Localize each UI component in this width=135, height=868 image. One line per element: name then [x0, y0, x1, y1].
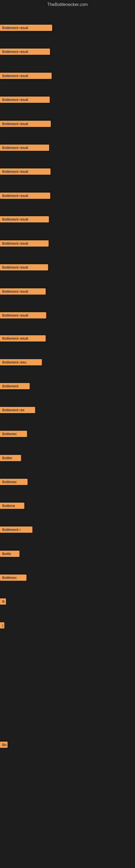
- bottleneck-result-item[interactable]: Bottleneck: [0, 383, 30, 389]
- bottleneck-result-item[interactable]: Bottleneck result: [0, 193, 50, 199]
- bottleneck-result-item[interactable]: Bottlenec: [0, 575, 27, 581]
- bottleneck-result-item[interactable]: Bottle: [0, 551, 19, 557]
- bottleneck-result-item[interactable]: Bottleneck result: [0, 335, 46, 341]
- site-title: TheBottlenecker.com: [0, 0, 135, 9]
- bottleneck-result-item[interactable]: Bottleneck result: [0, 240, 49, 247]
- bottleneck-result-item[interactable]: Bottleneck result: [0, 25, 52, 31]
- bottleneck-result-item[interactable]: Bottleneck r: [0, 527, 32, 533]
- bottleneck-result-item[interactable]: Bottleneck result: [0, 216, 49, 222]
- bottleneck-result-item[interactable]: Bottleneck result: [0, 264, 48, 271]
- bottleneck-result-item[interactable]: Bottleneck result: [0, 312, 46, 318]
- bottleneck-result-item[interactable]: Bottlenec: [0, 479, 28, 485]
- bottleneck-result-item[interactable]: Bottleneck result: [0, 49, 50, 55]
- bottleneck-result-item[interactable]: |: [0, 622, 4, 628]
- bottleneck-result-item[interactable]: Bottleneck result: [0, 288, 46, 294]
- bottleneck-result-item[interactable]: B: [0, 598, 6, 604]
- bottleneck-result-item[interactable]: Bottlenec: [0, 431, 27, 437]
- bottleneck-result-item[interactable]: Bottleneck result: [0, 121, 51, 127]
- bottleneck-result-item[interactable]: Bottleneck result: [0, 168, 50, 175]
- bottleneck-result-item[interactable]: Bo: [0, 742, 8, 748]
- bottleneck-result-item[interactable]: Bottleneck result: [0, 97, 50, 103]
- bottleneck-result-item[interactable]: Bottler: [0, 455, 21, 461]
- bottleneck-result-item[interactable]: Bottlene: [0, 503, 24, 509]
- bottleneck-result-item[interactable]: Bottleneck resu: [0, 359, 42, 365]
- bottleneck-result-item[interactable]: Bottleneck result: [0, 73, 52, 79]
- bottleneck-result-item[interactable]: Bottleneck result: [0, 145, 49, 151]
- bottleneck-result-item[interactable]: Bottleneck res: [0, 407, 35, 413]
